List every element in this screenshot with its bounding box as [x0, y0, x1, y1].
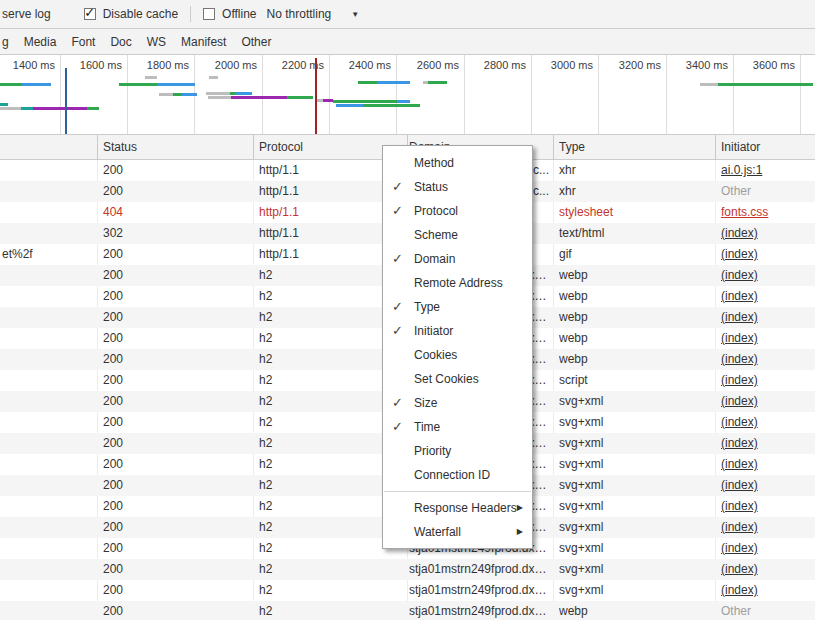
cell-name: [2, 328, 94, 349]
cell-protocol: h2: [259, 307, 402, 328]
filter-item-media[interactable]: Media: [24, 35, 57, 49]
initiator-link[interactable]: (index): [721, 496, 813, 517]
initiator-link[interactable]: fonts.css: [721, 202, 813, 223]
column-header-initiator[interactable]: Initiator: [721, 135, 813, 160]
filter-item-other[interactable]: Other: [241, 35, 271, 49]
filter-item-manifest[interactable]: Manifest: [181, 35, 226, 49]
initiator-link[interactable]: (index): [721, 580, 813, 601]
initiator-link[interactable]: (index): [721, 328, 813, 349]
initiator-link[interactable]: (index): [721, 286, 813, 307]
waterfall-bar: [333, 100, 410, 103]
waterfall-bar: [119, 83, 195, 86]
initiator-link[interactable]: (index): [721, 517, 813, 538]
initiator-link[interactable]: (index): [721, 454, 813, 475]
cell-protocol: h2: [259, 496, 402, 517]
menu-item-label: Domain: [414, 252, 455, 266]
table-row[interactable]: 200h2stja01mstrn249fprod.dxcl...svg+xml(…: [0, 559, 815, 580]
initiator-link[interactable]: (index): [721, 244, 813, 265]
menu-item-remote-address[interactable]: Remote Address: [383, 271, 532, 295]
request-type-filter-bar: gMediaFontDocWSManifestOther: [0, 29, 815, 55]
cell-status: 404: [103, 202, 248, 223]
filter-item-doc[interactable]: Doc: [110, 35, 131, 49]
table-row[interactable]: 200h2stja01mstrn249fprod.dxcl...svg+xml(…: [0, 580, 815, 601]
menu-item-time[interactable]: ✓Time: [383, 415, 532, 439]
initiator-link[interactable]: (index): [721, 538, 813, 559]
cell-protocol: http/1.1: [259, 202, 402, 223]
filter-item-g[interactable]: g: [2, 35, 9, 49]
cell-domain: stja01mstrn249fprod.dxcl...: [409, 559, 549, 580]
cell-name: [2, 475, 94, 496]
ruler-tick-label: 3200 ms: [619, 59, 666, 71]
disable-cache-checkbox[interactable]: ✓: [84, 8, 96, 20]
menu-item-label: Priority: [414, 444, 451, 458]
waterfall-bar: [208, 96, 313, 99]
throttling-select[interactable]: No throttling ▼: [267, 7, 360, 21]
waterfall-bar: [316, 99, 333, 102]
initiator-link[interactable]: ai.0.js:1: [721, 160, 813, 181]
column-header-status[interactable]: Status: [103, 135, 248, 160]
cell-type: svg+xml: [559, 517, 710, 538]
ruler-gridline: [396, 55, 397, 134]
menu-checkmark-icon: ✓: [392, 295, 410, 319]
menu-item-set-cookies[interactable]: Set Cookies: [383, 367, 532, 391]
menu-item-type[interactable]: ✓Type: [383, 295, 532, 319]
cell-name: [2, 580, 94, 601]
menu-item-connection-id[interactable]: Connection ID: [383, 463, 532, 487]
offline-label[interactable]: Offline: [222, 7, 256, 21]
cell-type: gif: [559, 244, 710, 265]
waterfall-bar-segment-blue: [397, 100, 410, 103]
column-header-type[interactable]: Type: [559, 135, 710, 160]
initiator-link[interactable]: (index): [721, 391, 813, 412]
menu-item-status[interactable]: ✓Status: [383, 175, 532, 199]
menu-item-waterfall[interactable]: Waterfall▶: [383, 520, 532, 544]
initiator-link[interactable]: (index): [721, 412, 813, 433]
initiator-link[interactable]: (index): [721, 307, 813, 328]
table-row[interactable]: 200h2stja01mstrn249fprod.dxcl...webpOthe…: [0, 601, 815, 620]
menu-item-protocol[interactable]: ✓Protocol: [383, 199, 532, 223]
initiator-link[interactable]: (index): [721, 559, 813, 580]
column-header-protocol[interactable]: Protocol: [259, 135, 402, 160]
menu-item-priority[interactable]: Priority: [383, 439, 532, 463]
ruler-tick-label: 1600 ms: [80, 59, 127, 71]
cell-status: 200: [103, 517, 248, 538]
header-column-divider: [715, 135, 716, 160]
column-header-name[interactable]: [2, 135, 94, 160]
filter-item-font[interactable]: Font: [71, 35, 95, 49]
cell-name: [2, 286, 94, 307]
menu-item-size[interactable]: ✓Size: [383, 391, 532, 415]
cell-type: webp: [559, 349, 710, 370]
waterfall-overview[interactable]: 1400 ms1600 ms1800 ms2000 ms2200 ms2400 …: [0, 55, 815, 135]
waterfall-bar: [0, 103, 8, 106]
waterfall-bar-segment-green: [428, 81, 447, 84]
initiator-link[interactable]: (index): [721, 265, 813, 286]
initiator-link[interactable]: (index): [721, 433, 813, 454]
filter-item-ws[interactable]: WS: [147, 35, 166, 49]
offline-checkbox[interactable]: ✓: [203, 8, 215, 20]
initiator-link[interactable]: (index): [721, 475, 813, 496]
menu-item-method[interactable]: Method: [383, 151, 532, 175]
ruler-gridline: [127, 55, 128, 134]
menu-item-initiator[interactable]: ✓Initiator: [383, 319, 532, 343]
cell-name: [2, 433, 94, 454]
cell-protocol: h2: [259, 328, 402, 349]
initiator-link[interactable]: (index): [721, 223, 813, 244]
disable-cache-label[interactable]: Disable cache: [103, 7, 178, 21]
cell-protocol: h2: [259, 412, 402, 433]
waterfall-bar-segment-green: [173, 93, 182, 96]
initiator-link[interactable]: (index): [721, 370, 813, 391]
preserve-log-label[interactable]: serve log: [2, 7, 51, 21]
waterfall-bar-segment-blue: [235, 92, 252, 95]
menu-item-cookies[interactable]: Cookies: [383, 343, 532, 367]
cell-protocol: h2: [259, 391, 402, 412]
cell-type: webp: [559, 286, 710, 307]
menu-item-response-headers[interactable]: Response Headers▶: [383, 496, 532, 520]
menu-item-domain[interactable]: ✓Domain: [383, 247, 532, 271]
waterfall-bar-segment-blue: [336, 104, 363, 107]
checkmark-icon: ✓: [84, 8, 95, 18]
initiator-link[interactable]: (index): [721, 349, 813, 370]
menu-item-scheme[interactable]: Scheme: [383, 223, 532, 247]
waterfall-bar-segment-green: [287, 96, 313, 99]
ruler-tick-label: 3600 ms: [753, 59, 800, 71]
cell-status: 200: [103, 559, 248, 580]
cell-status: 200: [103, 601, 248, 620]
